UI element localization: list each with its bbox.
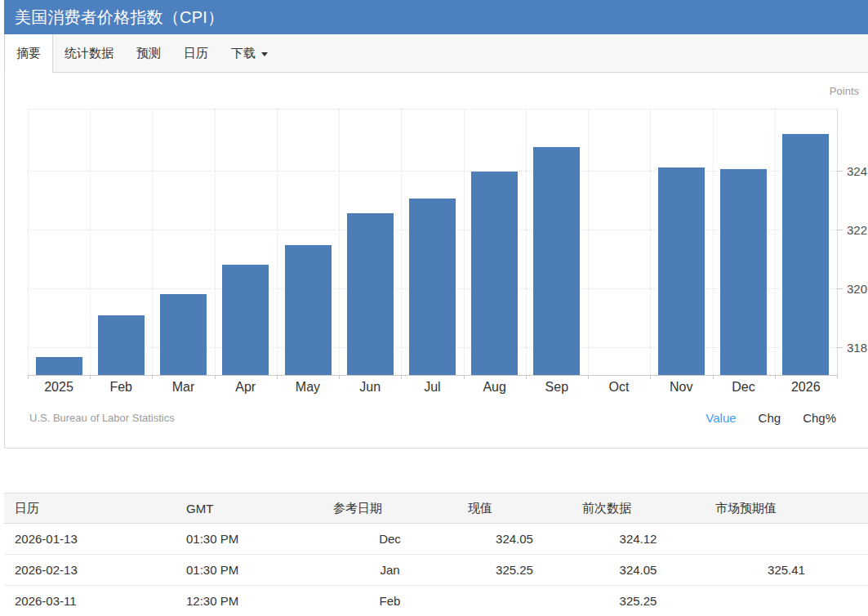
chart-bar[interactable]	[36, 357, 82, 375]
cell-consensus: 325.41	[705, 563, 868, 577]
vertical-gridline	[339, 109, 340, 375]
chart-bar[interactable]	[98, 315, 145, 375]
caret-down-icon	[261, 52, 268, 56]
x-axis-tick	[90, 375, 91, 379]
vertical-gridline	[90, 109, 91, 375]
chart-link-chg[interactable]: Chg	[759, 411, 781, 425]
y-axis-tick	[837, 288, 843, 289]
chart-bar[interactable]	[658, 167, 705, 375]
y-axis-label: 324	[847, 164, 867, 178]
x-axis-tick	[215, 375, 216, 379]
tab-stats[interactable]: 统计数据	[53, 34, 125, 72]
tab-bar: 摘要统计数据预测日历下载	[4, 34, 868, 73]
table-row: 2026-01-1301:30 PMDec324.05324.12	[4, 524, 868, 555]
chart-bar[interactable]	[471, 172, 518, 375]
x-axis-label: Oct	[588, 380, 650, 395]
page-title: 美国消费者价格指数（CPI）	[15, 7, 224, 29]
column-header: GMT	[176, 502, 323, 516]
vertical-gridline	[464, 109, 465, 375]
chart-source-attribution: U.S. Bureau of Labor Statistics	[29, 412, 175, 424]
chart-bar[interactable]	[347, 213, 394, 375]
chart-bar[interactable]	[160, 294, 207, 375]
tab-label: 预测	[136, 46, 161, 61]
column-header: 参考日期	[323, 501, 457, 516]
horizontal-gridline	[28, 171, 837, 172]
y-axis-label: 322	[847, 223, 867, 237]
cell-gmt: 01:30 PM	[176, 563, 323, 577]
table-body: 2026-01-1301:30 PMDec324.05324.122026-02…	[4, 524, 868, 616]
x-axis-label: Dec	[713, 380, 775, 395]
chart-bar[interactable]	[222, 265, 269, 375]
x-axis-label: Aug	[464, 380, 526, 395]
x-axis-tick	[464, 375, 465, 379]
tab-download[interactable]: 下载	[220, 34, 279, 72]
bar-chart: 3183203223242025FebMarAprMayJunJulAugSep…	[28, 109, 837, 375]
table-header-row: 日历GMT参考日期现值前次数据市场预期值	[4, 493, 868, 524]
y-axis-label: 320	[847, 282, 867, 296]
tab-label: 日历	[184, 46, 208, 61]
chart-bar[interactable]	[285, 245, 332, 375]
tab-label: 统计数据	[65, 46, 114, 61]
vertical-gridline	[28, 109, 29, 375]
cell-gmt: 12:30 PM	[176, 594, 323, 608]
x-axis-label: Jun	[339, 380, 401, 395]
cell-gmt: 01:30 PM	[176, 532, 323, 546]
x-axis-tick	[837, 375, 838, 379]
x-axis-tick	[588, 375, 589, 379]
table-row: 2026-03-1112:30 PMFeb325.25	[4, 586, 868, 616]
cell-previous: 324.05	[572, 563, 705, 577]
x-axis-tick	[775, 375, 776, 379]
chart-link-chgpct[interactable]: Chg%	[803, 411, 836, 425]
vertical-gridline	[152, 109, 153, 375]
column-header: 市场预期值	[705, 501, 868, 516]
x-axis-tick	[401, 375, 402, 379]
chart-link-value[interactable]: Value	[706, 411, 736, 425]
vertical-gridline	[526, 109, 527, 375]
cell-date: 2026-03-11	[4, 594, 176, 608]
tab-label: 摘要	[16, 46, 41, 61]
column-header: 现值	[457, 501, 572, 516]
x-axis-label: 2025	[28, 380, 90, 395]
y-axis-tick	[837, 347, 843, 348]
chart-bar[interactable]	[409, 199, 456, 375]
cell-actual: 324.05	[457, 532, 572, 546]
cell-previous: 325.25	[572, 594, 705, 608]
x-axis-tick	[650, 375, 651, 379]
x-axis	[28, 375, 838, 376]
cell-date: 2026-01-13	[4, 532, 176, 546]
y-axis-label: 318	[847, 341, 867, 355]
x-axis-label: Apr	[215, 380, 277, 395]
chart-bar[interactable]	[782, 134, 829, 375]
x-axis-label: Mar	[152, 380, 214, 395]
cell-reference: Jan	[323, 563, 457, 577]
x-axis-label: Jul	[401, 380, 463, 395]
cell-previous: 324.12	[572, 532, 705, 546]
x-axis-label: Sep	[526, 380, 588, 395]
tab-forecast[interactable]: 预测	[125, 34, 172, 72]
y-axis-tick	[837, 230, 843, 230]
x-axis-tick	[28, 375, 29, 379]
table-row: 2026-02-1301:30 PMJan325.25324.05325.41	[4, 555, 868, 586]
x-axis-tick	[713, 375, 714, 379]
vertical-gridline	[588, 109, 589, 375]
y-axis-tick	[837, 171, 843, 172]
tab-calendar[interactable]: 日历	[172, 34, 220, 72]
vertical-gridline	[277, 109, 278, 375]
chart-bar[interactable]	[533, 147, 580, 375]
chart-bar[interactable]	[720, 169, 767, 375]
tab-summary[interactable]: 摘要	[4, 34, 53, 73]
page-header: 美国消费者价格指数（CPI）	[4, 0, 868, 34]
x-axis-label: Feb	[90, 380, 152, 395]
vertical-gridline	[713, 109, 714, 375]
x-axis-label: May	[277, 380, 339, 395]
vertical-gridline	[775, 109, 776, 375]
vertical-gridline	[650, 109, 651, 375]
y-axis	[837, 109, 838, 375]
plot-top-gridline	[28, 109, 837, 109]
cell-date: 2026-02-13	[4, 563, 176, 577]
x-axis-tick	[526, 375, 527, 379]
chart-panel: Points 3183203223242025FebMarAprMayJunJu…	[4, 73, 868, 449]
x-axis-tick	[152, 375, 153, 379]
tab-label: 下载	[231, 46, 256, 61]
chart-series-links: ValueChgChg%	[706, 411, 836, 425]
